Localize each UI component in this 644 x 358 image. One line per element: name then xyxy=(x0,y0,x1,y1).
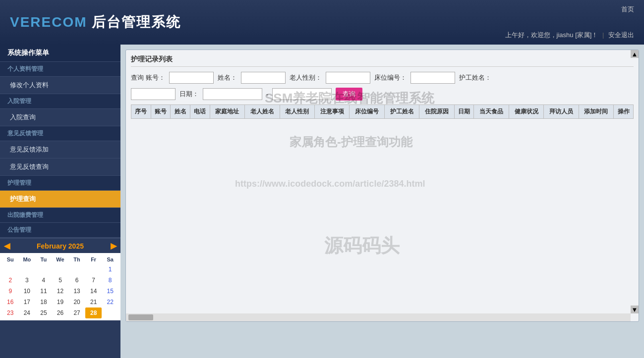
cal-month-label: February 2025 xyxy=(37,242,84,250)
cal-day-11[interactable]: 11 xyxy=(35,286,52,297)
cal-day-2[interactable]: 2 xyxy=(2,275,19,286)
col-notes: 注意事项 xyxy=(315,105,350,119)
cal-dayname-su: Su xyxy=(2,255,19,264)
watermark-3: https://www.icodedock.com/article/2384.h… xyxy=(235,179,425,189)
sidebar-item-nursing-query[interactable]: 护理查询 xyxy=(0,191,120,208)
cal-days: 1 2 3 4 5 6 7 8 9 10 11 12 13 14 15 xyxy=(2,264,118,318)
name-input[interactable] xyxy=(241,72,286,84)
nurse-label: 护工姓名： xyxy=(459,73,491,82)
cal-day-empty xyxy=(35,264,52,275)
sidebar-section-admission: 入院管理 xyxy=(0,94,120,109)
cal-day-18[interactable]: 18 xyxy=(35,297,52,307)
scroll-up-btn[interactable]: ▲ xyxy=(631,50,639,58)
date-separator: - xyxy=(266,91,268,98)
col-food: 当天食品 xyxy=(474,105,509,119)
cal-day-13[interactable]: 13 xyxy=(68,286,85,297)
scroll-down-btn[interactable]: ▼ xyxy=(631,306,639,313)
col-account: 账号 xyxy=(151,105,171,119)
date-start-input[interactable] xyxy=(203,88,262,100)
sidebar: 系统操作菜单 个人资料管理 修改个人资料 入院管理 入院查询 意见反馈管理 意见… xyxy=(0,45,120,358)
horizontal-scrollbar[interactable] xyxy=(126,313,631,321)
calendar-header: ◀ February 2025 ▶ xyxy=(0,239,120,253)
cal-day-25[interactable]: 25 xyxy=(35,307,52,318)
col-seq: 序号 xyxy=(131,105,151,119)
sidebar-title: 系统操作菜单 xyxy=(0,45,120,62)
sidebar-item-feedback-query[interactable]: 意见反馈查询 xyxy=(0,158,120,176)
logo-subtitle: 后台管理系统 xyxy=(92,14,181,30)
gender-input[interactable] xyxy=(326,72,370,84)
col-phone: 电话 xyxy=(190,105,210,119)
cal-day-4[interactable]: 4 xyxy=(35,275,52,286)
col-health: 健康状况 xyxy=(509,105,543,119)
cal-day-empty xyxy=(52,264,69,275)
cal-day-24[interactable]: 24 xyxy=(19,307,36,318)
sidebar-item-edit-profile[interactable]: 修改个人资料 xyxy=(0,77,120,94)
cal-day-empty xyxy=(2,264,19,275)
calendar: ◀ February 2025 ▶ Su Mo Tu We Th Fr Sa xyxy=(0,238,120,320)
cal-day-26[interactable]: 26 xyxy=(52,307,69,318)
cal-day-empty xyxy=(102,307,118,318)
col-nurse: 护工姓名 xyxy=(384,105,419,119)
query-button[interactable]: 查询 xyxy=(336,88,362,101)
header: VERECOM 后台管理系统 首页 上午好，欢迎您，jiashu [家属]！ |… xyxy=(0,0,644,45)
cal-days-header: Su Mo Tu We Th Fr Sa xyxy=(2,255,118,264)
col-visitor: 拜访人员 xyxy=(544,105,579,119)
cal-day-27[interactable]: 27 xyxy=(68,307,85,318)
cal-day-10[interactable]: 10 xyxy=(19,286,36,297)
cal-day-15[interactable]: 15 xyxy=(102,286,118,297)
cal-day-7[interactable]: 7 xyxy=(85,275,102,286)
home-link[interactable]: 首页 xyxy=(621,5,634,13)
header-greeting: 上午好，欢迎您，jiashu [家属]！ | 安全退出 xyxy=(505,31,634,40)
sidebar-section-feedback: 意见反馈管理 xyxy=(0,126,120,141)
cal-prev-btn[interactable]: ◀ xyxy=(4,241,10,251)
date-end-input[interactable] xyxy=(272,88,332,100)
col-elder-name: 老人姓名 xyxy=(245,105,280,119)
cal-day-9[interactable]: 9 xyxy=(2,286,19,297)
logo-brand: VERECOM xyxy=(10,14,87,30)
cal-day-22[interactable]: 22 xyxy=(102,297,118,307)
cal-day-28[interactable]: 28 xyxy=(85,307,102,318)
cal-next-btn[interactable]: ▶ xyxy=(111,241,117,251)
col-address: 家庭地址 xyxy=(210,105,244,119)
cal-day-5[interactable]: 5 xyxy=(52,275,69,286)
bed-input[interactable] xyxy=(410,72,455,84)
col-bed: 床位编号 xyxy=(350,105,384,119)
bed-label: 床位编号： xyxy=(374,73,407,82)
cal-day-20[interactable]: 20 xyxy=(68,297,85,307)
gender-label: 老人性别： xyxy=(290,73,322,82)
col-date: 日期 xyxy=(454,105,474,119)
watermark-4: 源码码头 xyxy=(324,233,400,258)
search-form-row1: 查询 账号： 姓名： 老人性别： 床位编号： 护工姓名： xyxy=(131,72,634,84)
cal-day-12[interactable]: 12 xyxy=(52,286,69,297)
cal-day-3[interactable]: 3 xyxy=(19,275,36,286)
content-panel: ▲ ▼ 护理记录列表 查询 账号： 姓名： 老人性别： 床位编号： 护工姓名： … xyxy=(125,50,639,322)
cal-day-19[interactable]: 19 xyxy=(52,297,69,307)
sidebar-item-feedback-add[interactable]: 意见反馈添加 xyxy=(0,141,120,158)
sidebar-section-discharge: 出院缴费管理 xyxy=(0,208,120,223)
cal-day-16[interactable]: 16 xyxy=(2,297,19,307)
cal-day-6[interactable]: 6 xyxy=(68,275,85,286)
cal-day-14[interactable]: 14 xyxy=(85,286,102,297)
cal-day-21[interactable]: 21 xyxy=(85,297,102,307)
cal-dayname-fr: Fr xyxy=(85,255,102,264)
content-area: ▲ ▼ 护理记录列表 查询 账号： 姓名： 老人性别： 床位编号： 护工姓名： … xyxy=(120,45,644,358)
cal-day-23[interactable]: 23 xyxy=(2,307,19,318)
name-label: 姓名： xyxy=(218,73,237,82)
cal-dayname-mo: Mo xyxy=(19,255,36,264)
account-input[interactable] xyxy=(169,72,214,84)
cal-day-empty xyxy=(85,264,102,275)
sidebar-section-nursing: 护理管理 xyxy=(0,176,120,191)
cal-day-17[interactable]: 17 xyxy=(19,297,36,307)
cal-dayname-we: We xyxy=(52,255,69,264)
scrollbar-thumb[interactable] xyxy=(128,314,153,320)
cal-day-8[interactable]: 8 xyxy=(102,275,118,286)
header-nav[interactable]: 首页 xyxy=(621,5,634,14)
sidebar-item-admission-query[interactable]: 入院查询 xyxy=(0,109,120,126)
panel-title: 护理记录列表 xyxy=(131,55,634,67)
cal-day-1[interactable]: 1 xyxy=(102,264,118,275)
extra-input[interactable] xyxy=(131,88,176,100)
sidebar-section-personal: 个人资料管理 xyxy=(0,62,120,77)
cal-dayname-tu: Tu xyxy=(35,255,52,264)
logout-link[interactable]: 安全退出 xyxy=(608,31,634,39)
account-label: 查询 账号： xyxy=(131,73,165,82)
